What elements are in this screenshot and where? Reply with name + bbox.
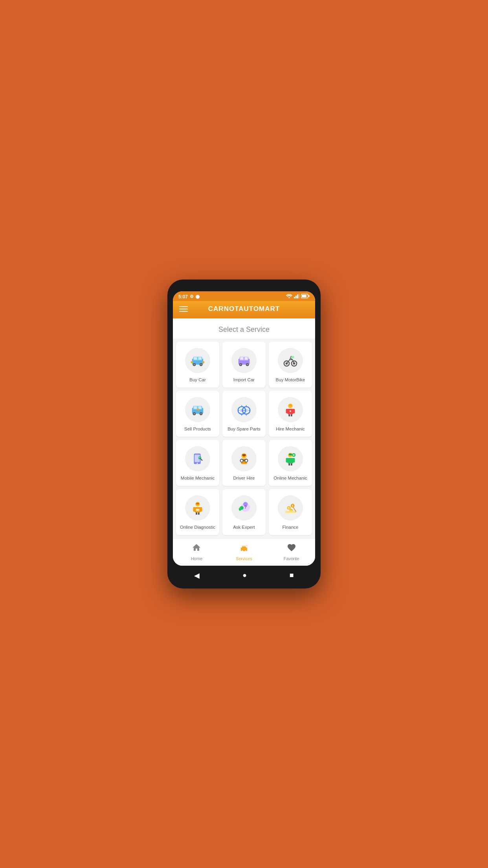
svg-rect-45 xyxy=(293,409,295,413)
svg-rect-29 xyxy=(291,356,294,359)
service-card-finance[interactable]: $ $ $ Finance xyxy=(269,489,312,535)
phone-screen: 5:07 ⚙ xyxy=(173,291,315,566)
status-right xyxy=(286,294,310,300)
service-icon-hire-mechanic xyxy=(278,397,303,422)
nav-icon-home xyxy=(192,543,201,555)
svg-rect-6 xyxy=(308,295,310,297)
service-label-sell-products: Sell Products xyxy=(184,426,211,432)
service-label-mobile-mechanic: Mobile Mechanic xyxy=(181,475,215,481)
svg-point-22 xyxy=(240,364,242,366)
hamburger-line-3 xyxy=(179,311,188,312)
battery-icon xyxy=(301,294,310,300)
signal-icon xyxy=(294,294,299,300)
svg-rect-47 xyxy=(291,414,292,416)
svg-rect-63 xyxy=(287,458,293,463)
service-card-mobile-mechanic[interactable]: Mobile Mechanic xyxy=(176,440,219,486)
service-label-finance: Finance xyxy=(283,524,299,530)
svg-rect-15 xyxy=(191,361,193,363)
svg-point-70 xyxy=(293,454,295,456)
service-icon-buy-car xyxy=(185,348,210,373)
top-bar: CARNOTAUTOMART xyxy=(173,301,315,318)
svg-point-24 xyxy=(247,364,248,366)
service-label-buy-motorbike: Buy MotorBike xyxy=(276,377,305,383)
service-label-hire-mechanic: Hire Mechanic xyxy=(276,426,305,432)
svg-point-12 xyxy=(194,364,195,366)
service-card-driver-hire[interactable]: Driver Hire xyxy=(222,440,266,486)
svg-point-53 xyxy=(197,463,198,464)
service-card-sell-products[interactable]: Sell Products xyxy=(176,391,219,437)
svg-rect-68 xyxy=(289,454,292,456)
phone-frame: 5:07 ⚙ xyxy=(167,280,321,588)
svg-rect-75 xyxy=(193,507,196,511)
service-card-import-car[interactable]: Import Car xyxy=(222,342,266,388)
svg-rect-44 xyxy=(286,409,288,413)
menu-button[interactable] xyxy=(179,306,188,312)
service-card-ask-expert[interactable]: ? Ask Expert xyxy=(222,489,266,535)
svg-text:$: $ xyxy=(292,504,294,508)
svg-rect-3 xyxy=(299,294,299,298)
nav-icon-services xyxy=(239,543,249,555)
service-card-hire-mechanic[interactable]: Hire Mechanic xyxy=(269,391,312,437)
svg-point-94 xyxy=(196,547,197,549)
settings-icon: ⚙ xyxy=(190,294,194,299)
service-label-import-car: Import Car xyxy=(233,377,255,383)
svg-rect-46 xyxy=(288,414,290,416)
svg-rect-77 xyxy=(196,512,197,515)
service-card-buy-car[interactable]: Buy Car xyxy=(176,342,219,388)
nav-label-home: Home xyxy=(191,556,202,561)
service-icon-mobile-mechanic xyxy=(185,446,210,471)
time-display: 5:07 xyxy=(178,294,188,300)
svg-point-27 xyxy=(286,362,288,365)
service-label-ask-expert: Ask Expert xyxy=(233,524,255,530)
nav-item-favorite[interactable]: Favorite xyxy=(268,539,315,566)
app-title: CARNOTAUTOMART xyxy=(208,305,280,313)
svg-rect-1 xyxy=(295,296,297,298)
svg-rect-9 xyxy=(194,357,197,360)
bottom-navigation: Home Services Favorite xyxy=(173,538,315,566)
nav-item-home[interactable]: Home xyxy=(173,539,220,566)
service-card-buy-motorbike[interactable]: Buy MotorBike xyxy=(269,342,312,388)
svg-text:?: ? xyxy=(244,505,247,509)
service-icon-buy-motorbike xyxy=(278,348,303,373)
svg-point-35 xyxy=(194,413,195,415)
select-service-heading: Select a Service xyxy=(173,318,315,338)
svg-rect-64 xyxy=(286,458,288,462)
svg-rect-32 xyxy=(194,406,197,409)
svg-rect-5 xyxy=(302,295,306,297)
svg-point-28 xyxy=(293,362,295,365)
android-home-button[interactable]: ● xyxy=(242,571,247,579)
service-card-online-mechanic[interactable]: Online Mechanic xyxy=(269,440,312,486)
service-icon-driver-hire xyxy=(231,446,257,471)
service-icon-import-car xyxy=(231,348,257,373)
svg-point-14 xyxy=(200,364,202,366)
svg-rect-48 xyxy=(289,405,292,406)
svg-rect-79 xyxy=(196,503,199,505)
svg-point-86 xyxy=(240,506,244,510)
android-recent-button[interactable]: ■ xyxy=(290,571,294,579)
status-bar: 5:07 ⚙ xyxy=(173,291,315,301)
svg-rect-96 xyxy=(242,546,246,549)
service-card-online-diagnostic[interactable]: Online Diagnostic xyxy=(176,489,219,535)
service-card-buy-spare-parts[interactable]: Buy Spare Parts xyxy=(222,391,266,437)
nav-item-services[interactable]: Services xyxy=(220,539,268,566)
status-left: 5:07 ⚙ xyxy=(178,294,200,300)
svg-rect-58 xyxy=(242,454,246,456)
svg-rect-67 xyxy=(291,463,292,465)
svg-rect-10 xyxy=(198,357,202,360)
service-label-buy-spare-parts: Buy Spare Parts xyxy=(227,426,261,432)
svg-point-98 xyxy=(245,550,246,552)
svg-text:$: $ xyxy=(288,507,290,510)
android-nav-bar: ◀ ● ■ xyxy=(173,569,315,582)
service-icon-online-mechanic xyxy=(278,446,303,471)
svg-rect-19 xyxy=(240,357,244,360)
svg-rect-0 xyxy=(294,297,295,298)
service-label-online-diagnostic: Online Diagnostic xyxy=(180,524,215,530)
nav-label-favorite: Favorite xyxy=(284,556,299,561)
svg-rect-2 xyxy=(297,294,298,298)
android-back-button[interactable]: ◀ xyxy=(194,571,200,580)
svg-rect-16 xyxy=(202,361,204,363)
svg-rect-33 xyxy=(198,406,202,409)
nav-icon-favorite xyxy=(287,543,296,555)
nav-label-services: Services xyxy=(236,556,252,561)
hamburger-line-2 xyxy=(179,309,188,309)
